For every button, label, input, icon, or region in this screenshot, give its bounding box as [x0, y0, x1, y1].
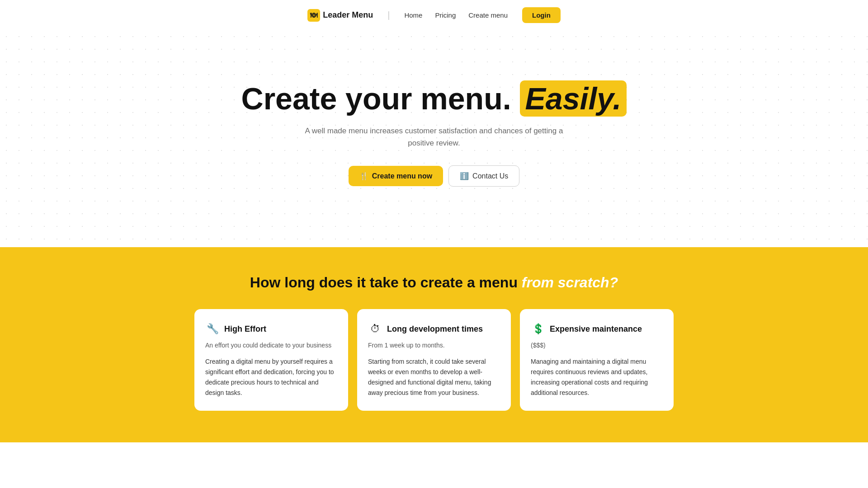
- card-body-1: Creating a digital menu by yourself requ…: [205, 357, 337, 398]
- card-body-2: Starting from scratch, it could take sev…: [368, 357, 500, 398]
- card-subtitle-2: From 1 week up to months.: [368, 341, 500, 350]
- create-menu-label: Create menu now: [372, 172, 432, 180]
- contact-us-button[interactable]: ℹ️ Contact Us: [448, 165, 519, 187]
- card-subtitle-3: ($$$): [531, 341, 663, 350]
- nav-links: Home Pricing Create menu: [404, 11, 508, 19]
- card-header-1: 🔧 High Effort: [205, 322, 337, 336]
- card-title-2: Long development times: [387, 324, 483, 334]
- hero-buttons: 🍴 Create menu now ℹ️ Contact Us: [349, 165, 520, 187]
- navbar: 🍽 Leader Menu | Home Pricing Create menu…: [0, 0, 868, 30]
- card-title-1: High Effort: [224, 324, 266, 334]
- login-button[interactable]: Login: [522, 7, 561, 23]
- nav-create-menu[interactable]: Create menu: [468, 11, 508, 19]
- yellow-title-italic: from scratch?: [522, 274, 618, 291]
- card-header-3: 💲 Expensive maintenance: [531, 322, 663, 336]
- nav-home[interactable]: Home: [404, 11, 422, 19]
- contact-us-label: Contact Us: [472, 172, 508, 180]
- contact-us-icon: ℹ️: [460, 172, 469, 180]
- nav-pricing[interactable]: Pricing: [435, 11, 456, 19]
- card-expensive: 💲 Expensive maintenance ($$$) Managing a…: [520, 309, 674, 411]
- card-long-dev: ⏱ Long development times From 1 week up …: [357, 309, 511, 411]
- cards-row: 🔧 High Effort An effort you could dedica…: [185, 309, 683, 411]
- hero-title: Create your menu. Easily.: [241, 82, 627, 116]
- expensive-icon: 💲: [531, 322, 545, 336]
- card-header-2: ⏱ Long development times: [368, 322, 500, 336]
- yellow-section: How long does it take to create a menu f…: [0, 247, 868, 442]
- high-effort-icon: 🔧: [205, 322, 220, 336]
- card-subtitle-1: An effort you could dedicate to your bus…: [205, 341, 337, 350]
- brand-name: Leader Menu: [323, 10, 373, 20]
- yellow-title-start: How long does it take to create a menu: [250, 274, 518, 291]
- brand-logo[interactable]: 🍽 Leader Menu: [307, 9, 373, 22]
- yellow-section-title: How long does it take to create a menu f…: [18, 274, 850, 291]
- brand-icon: 🍽: [307, 9, 320, 22]
- hero-section: Create your menu. Easily. A well made me…: [0, 30, 868, 247]
- card-high-effort: 🔧 High Effort An effort you could dedica…: [194, 309, 348, 411]
- create-menu-icon: 🍴: [359, 172, 368, 180]
- hero-title-start: Create your menu.: [241, 81, 511, 116]
- nav-divider: |: [387, 10, 390, 20]
- hero-subtitle: A well made menu increases customer sati…: [303, 125, 565, 149]
- long-dev-icon: ⏱: [368, 322, 382, 336]
- card-title-3: Expensive maintenance: [550, 324, 642, 334]
- hero-title-highlight: Easily.: [520, 80, 627, 117]
- create-menu-button[interactable]: 🍴 Create menu now: [349, 166, 443, 186]
- card-body-3: Managing and maintaining a digital menu …: [531, 357, 663, 398]
